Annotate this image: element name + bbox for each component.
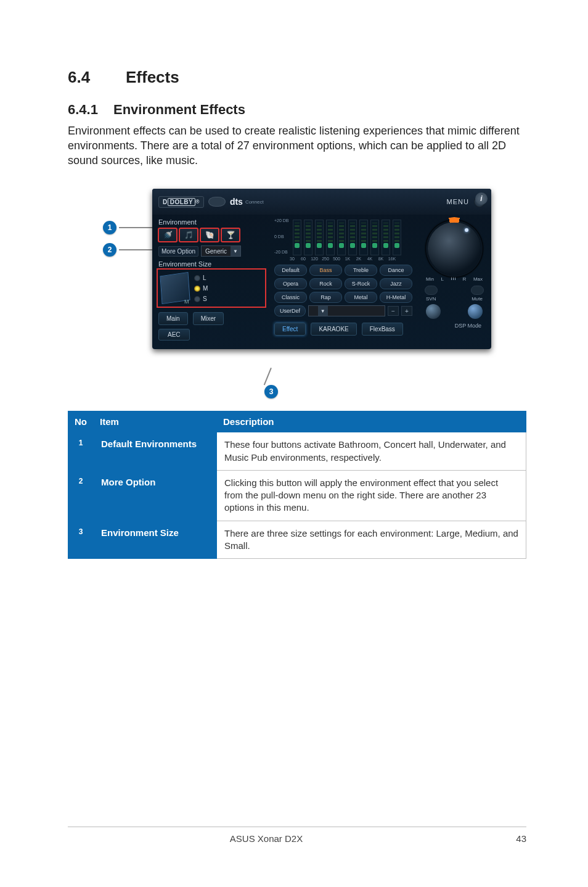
environment-size-panel: M L M S xyxy=(158,270,264,306)
size-radio-group: L M S xyxy=(194,274,208,302)
eq-preset-grid: Default Bass Treble Dance Opera Rock S-R… xyxy=(274,265,412,303)
chevron-down-icon: ▼ xyxy=(231,246,240,256)
eq-frequency-labels: 30 60 120 250 500 1K 2K 4K 8K 16K xyxy=(274,257,412,261)
volume-knob[interactable] xyxy=(428,222,481,275)
svn-mute-labels: SVN Mute xyxy=(422,295,486,302)
size-medium-radio[interactable]: M xyxy=(194,285,208,292)
userdef-minus[interactable]: − xyxy=(388,306,399,316)
preset-treble[interactable]: Treble xyxy=(345,265,377,276)
page-footer: ASUS Xonar D2X 43 xyxy=(68,827,526,844)
dsp-mode-label: DSP Mode xyxy=(422,319,486,329)
section-heading: 6.4Effects xyxy=(68,68,526,87)
size-large-radio[interactable]: L xyxy=(194,274,208,281)
eq-band[interactable] xyxy=(348,220,357,255)
preset-dance[interactable]: Dance xyxy=(380,265,412,276)
env-underwater-button[interactable]: 🐚 xyxy=(200,228,219,242)
eq-band[interactable] xyxy=(370,220,379,255)
mute-toggle[interactable] xyxy=(471,286,484,295)
env-bathroom-button[interactable]: 🚿 xyxy=(158,228,177,242)
tab-bar-row2: AEC xyxy=(158,329,264,340)
tab-bar-row1-left: Main Mixer xyxy=(158,312,264,325)
preset-rap[interactable]: Rap xyxy=(309,292,342,303)
dsp-mode-a-icon[interactable] xyxy=(426,304,441,319)
size-small-radio[interactable]: S xyxy=(194,295,208,302)
menu-label: MENU xyxy=(447,198,469,205)
tab-effect[interactable]: Effect xyxy=(274,323,306,336)
eq-band[interactable] xyxy=(326,220,335,255)
body-paragraph: Environment effects can be used to creat… xyxy=(68,124,526,168)
footer-page-number: 43 xyxy=(502,833,526,844)
bathroom-icon: 🚿 xyxy=(163,231,173,239)
chevron-down-icon: ▼ xyxy=(318,306,328,316)
row-item: Environment Size xyxy=(94,521,217,559)
callout-3: 3 xyxy=(264,368,278,398)
svn-toggle[interactable] xyxy=(425,286,438,295)
environment-label: Environment xyxy=(158,218,264,226)
more-option-value: Generic xyxy=(202,248,231,255)
section-title: Effects xyxy=(126,68,179,86)
knob-pointer-icon xyxy=(465,228,468,232)
row-item: Default Environments xyxy=(94,432,217,471)
title-bar: DDOLBY® dts Connect MENU ▾ xyxy=(152,189,491,215)
preset-metal[interactable]: Metal xyxy=(345,292,377,303)
row-badge: 3 xyxy=(68,527,93,536)
userdef-select[interactable]: ▼ xyxy=(308,305,385,316)
dts-connect-label: Connect xyxy=(245,199,264,205)
eq-band[interactable] xyxy=(304,220,312,255)
cube-m-label: M xyxy=(184,299,189,305)
eq-band[interactable] xyxy=(382,220,390,255)
callout-leader xyxy=(264,368,272,386)
preset-opera[interactable]: Opera xyxy=(274,278,307,289)
underwater-icon: 🐚 xyxy=(205,231,214,239)
callout-badge-3: 3 xyxy=(264,385,278,398)
dts-logo-text: dts xyxy=(230,197,243,207)
env-concert-button[interactable]: 🎵 xyxy=(179,228,198,242)
callout-badge-1: 1 xyxy=(103,221,116,234)
eq-band[interactable] xyxy=(359,220,368,255)
preset-rock[interactable]: Rock xyxy=(309,278,342,289)
userdef-plus[interactable]: + xyxy=(401,306,412,316)
col-header-no: No xyxy=(68,411,94,432)
env-pub-button[interactable]: 🍸 xyxy=(221,228,240,242)
preset-classic[interactable]: Classic xyxy=(274,292,307,303)
preset-bass[interactable]: Bass xyxy=(309,265,342,276)
equalizer: +20 DB 0 DB -20 DB xyxy=(274,218,412,255)
more-option-select[interactable]: Generic ▼ xyxy=(201,245,241,257)
description-table: No Item Description 1 Default Environmen… xyxy=(68,411,526,559)
dsp-mode-b-icon[interactable] xyxy=(468,304,483,319)
row-badge: 1 xyxy=(68,439,93,447)
pub-icon: 🍸 xyxy=(226,231,235,239)
tab-aec[interactable]: AEC xyxy=(158,329,190,340)
eq-band[interactable] xyxy=(293,220,301,255)
row-desc: There are three size settings for each e… xyxy=(217,521,526,559)
subsection-heading: 6.4.1Environment Effects xyxy=(68,102,526,118)
audio-center-window: i DDOLBY® dts Connect MENU ▾ Environment… xyxy=(152,189,491,349)
eq-band[interactable] xyxy=(315,220,324,255)
concert-icon: 🎵 xyxy=(184,231,194,239)
col-header-desc: Description xyxy=(217,411,526,432)
table-row: 3 Environment Size There are three size … xyxy=(68,521,526,559)
col-header-item: Item xyxy=(94,411,217,432)
row-desc: Clicking this button will apply the envi… xyxy=(217,470,526,521)
dts-logo-icon xyxy=(209,197,225,206)
preset-srock[interactable]: S-Rock xyxy=(345,278,377,289)
row-desc: These four buttons activate Bathroom, Co… xyxy=(217,432,526,471)
preset-jazz[interactable]: Jazz xyxy=(380,278,412,289)
preset-userdef[interactable]: UserDef xyxy=(274,305,306,316)
tab-flexbass[interactable]: FlexBass xyxy=(362,323,403,336)
more-option-button[interactable]: More Option xyxy=(158,246,198,257)
tab-mixer[interactable]: Mixer xyxy=(193,312,224,325)
eq-band[interactable] xyxy=(393,220,401,255)
preset-default[interactable]: Default xyxy=(274,265,307,276)
table-row: 2 More Option Clicking this button will … xyxy=(68,470,526,521)
tab-main[interactable]: Main xyxy=(158,312,188,325)
default-environments-row: 🚿 🎵 🐚 🍸 xyxy=(158,228,264,242)
section-number: 6.4 xyxy=(68,68,126,87)
tab-bar-row1-right: Effect KARAOKE FlexBass xyxy=(274,323,412,336)
dolby-logo: DDOLBY® xyxy=(158,196,204,208)
eq-band[interactable] xyxy=(337,220,346,255)
preset-hmetal[interactable]: H-Metal xyxy=(380,292,412,303)
row-item: More Option xyxy=(94,470,217,521)
tab-karaoke[interactable]: KARAOKE xyxy=(311,323,356,336)
table-row: 1 Default Environments These four button… xyxy=(68,432,526,471)
